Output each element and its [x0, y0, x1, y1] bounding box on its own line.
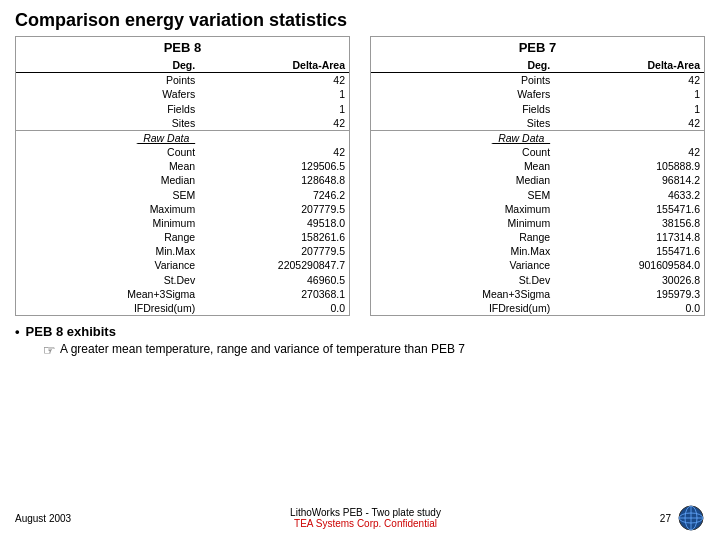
- arrow-icon: ☞: [43, 342, 56, 358]
- table-row: Mean+3Sigma270368.1: [16, 287, 349, 301]
- globe-icon: [677, 504, 705, 532]
- table-row: Maximum155471.6: [371, 202, 704, 216]
- table-row: Sites42: [16, 116, 349, 130]
- table-row: Range117314.8: [371, 230, 704, 244]
- peb7-title: PEB 7: [371, 37, 704, 58]
- table-row: Count42: [16, 145, 349, 159]
- table-row: Min.Max207779.5: [16, 244, 349, 258]
- table-row: Count42: [371, 145, 704, 159]
- footer-right: 27: [660, 504, 705, 532]
- peb8-table: Deg. Delta-Area Points42 Wafers1 Fields1…: [16, 58, 349, 315]
- table-row: Wafers1: [16, 87, 349, 101]
- bullet-main: • PEB 8 exhibits: [15, 324, 705, 339]
- table-row: Maximum207779.5: [16, 202, 349, 216]
- peb8-delta-header: Delta-Area: [199, 58, 349, 73]
- peb8-title: PEB 8: [16, 37, 349, 58]
- bullet-sub-text: A greater mean temperature, range and va…: [60, 342, 465, 356]
- peb8-deg-header: Deg.: [16, 58, 199, 73]
- table-row: Median96814.2: [371, 173, 704, 187]
- footer-left: August 2003: [15, 513, 71, 524]
- table-row: Fields1: [371, 102, 704, 116]
- table-row: Variance901609584.0: [371, 258, 704, 272]
- table-row: Mean129506.5: [16, 159, 349, 173]
- table-row: _Raw Data_: [371, 130, 704, 145]
- table-row: Median128648.8: [16, 173, 349, 187]
- table-row: IFDresid(um)0.0: [371, 301, 704, 315]
- footer: August 2003 LithoWorks PEB - Two plate s…: [0, 504, 720, 532]
- tables-container: PEB 8 Deg. Delta-Area Points42 Wafers1 F…: [0, 36, 720, 316]
- bullet-point: •: [15, 324, 20, 339]
- table-row: Min.Max155471.6: [371, 244, 704, 258]
- footer-center-line1: LithoWorks PEB - Two plate study: [290, 507, 441, 518]
- bullet-section: • PEB 8 exhibits ☞ A greater mean temper…: [0, 316, 720, 363]
- peb7-table: Deg. Delta-Area Points42 Wafers1 Fields1…: [371, 58, 704, 315]
- table-row: Minimum49518.0: [16, 216, 349, 230]
- table-row: St.Dev46960.5: [16, 273, 349, 287]
- footer-center-line2: TEA Systems Corp. Confidential: [290, 518, 441, 529]
- peb8-section: PEB 8 Deg. Delta-Area Points42 Wafers1 F…: [15, 36, 350, 316]
- page-title: Comparison energy variation statistics: [0, 0, 720, 36]
- table-row: St.Dev30026.8: [371, 273, 704, 287]
- table-row: Points42: [16, 73, 349, 88]
- table-row: SEM7246.2: [16, 188, 349, 202]
- table-row: Wafers1: [371, 87, 704, 101]
- bullet-main-text: PEB 8 exhibits: [26, 324, 116, 339]
- table-row: Minimum38156.8: [371, 216, 704, 230]
- bullet-sub: ☞ A greater mean temperature, range and …: [15, 342, 705, 358]
- table-row: _Raw Data_: [16, 130, 349, 145]
- table-row: Fields1: [16, 102, 349, 116]
- table-row: SEM4633.2: [371, 188, 704, 202]
- table-row: Variance2205290847.7: [16, 258, 349, 272]
- table-row: Sites42: [371, 116, 704, 130]
- table-row: Points42: [371, 73, 704, 88]
- table-row: Mean105888.9: [371, 159, 704, 173]
- page-number: 27: [660, 513, 671, 524]
- table-row: Mean+3Sigma195979.3: [371, 287, 704, 301]
- peb7-delta-header: Delta-Area: [554, 58, 704, 73]
- footer-center: LithoWorks PEB - Two plate study TEA Sys…: [290, 507, 441, 529]
- table-row: Range158261.6: [16, 230, 349, 244]
- table-row: IFDresid(um)0.0: [16, 301, 349, 315]
- peb7-section: PEB 7 Deg. Delta-Area Points42 Wafers1 F…: [370, 36, 705, 316]
- peb7-deg-header: Deg.: [371, 58, 554, 73]
